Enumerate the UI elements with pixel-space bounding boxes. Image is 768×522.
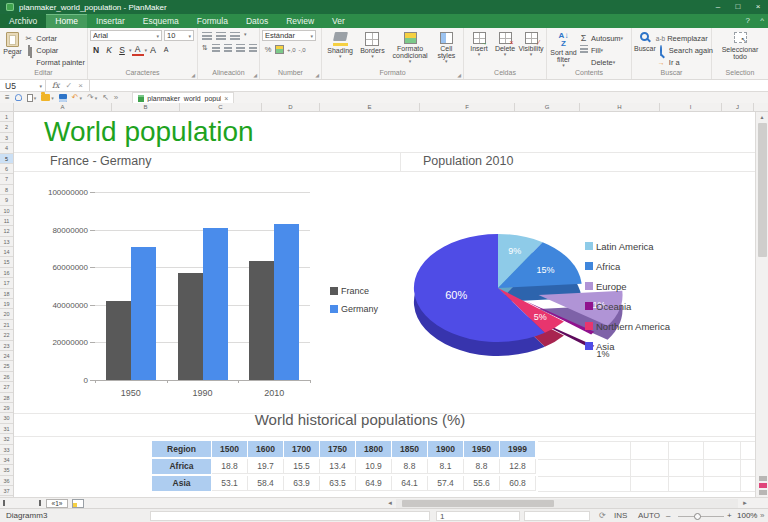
cell-styles-button[interactable]: Cell styles ▾ — [432, 30, 461, 68]
legend-item-europe[interactable]: Europe — [585, 276, 670, 296]
row-header-29[interactable]: 29 — [0, 403, 13, 413]
row-header-21[interactable]: 21 — [0, 320, 13, 330]
row-header-35[interactable]: 35 — [0, 465, 13, 475]
borders-button[interactable]: Borders ▾ — [356, 30, 388, 68]
row-header-1[interactable]: 1 — [0, 112, 13, 122]
dialog-launcher-icon[interactable]: ◢ — [253, 72, 257, 78]
row-header-33[interactable]: 33 — [0, 445, 13, 455]
auto-mode-indicator[interactable]: AUTO — [638, 509, 660, 522]
pie-chart[interactable]: 9%15%11%1%5%60% Latin AmericaAfricaEurop… — [400, 212, 755, 412]
select-all-corner[interactable] — [0, 103, 14, 111]
open-file-button[interactable]: ▾ — [41, 94, 54, 101]
row-header-8[interactable]: 8 — [0, 185, 13, 195]
menu-item-home[interactable]: Home — [46, 14, 87, 28]
select-all-button[interactable]: Seleccionar todo — [717, 30, 763, 68]
zoom-out-button[interactable]: – — [666, 509, 670, 522]
undo-button[interactable]: ↶▾ — [72, 93, 82, 102]
row-header-18[interactable]: 18 — [0, 289, 13, 299]
sheet-tab[interactable]: «1» — [46, 499, 68, 508]
find-button[interactable]: Buscar — [634, 30, 656, 68]
pointer-mode-button[interactable]: ↖ — [102, 93, 109, 102]
row-header-3[interactable]: 3 — [0, 133, 13, 143]
bar-germany-2010[interactable] — [274, 224, 299, 380]
column-header-C[interactable]: C — [180, 103, 262, 111]
document-tab[interactable]: planmaker_world_populat... × — [132, 92, 234, 103]
column-header-A[interactable]: A — [14, 103, 112, 111]
sort-filter-button[interactable]: A↓Z Sort and filter ▾ — [549, 30, 578, 68]
insert-cells-button[interactable]: → Insert ▾ — [466, 30, 492, 68]
row-header-26[interactable]: 26 — [0, 372, 13, 382]
statusbar-overflow-icon[interactable]: » — [760, 509, 764, 522]
row-header-5[interactable]: 5 — [0, 154, 13, 164]
collapse-ribbon-button[interactable]: ^ — [760, 16, 764, 25]
hamburger-menu-icon[interactable]: ≡ — [5, 93, 10, 102]
font-size-combo[interactable]: 10▾ — [164, 30, 194, 41]
maximize-button[interactable]: □ — [728, 0, 748, 14]
row-header-27[interactable]: 27 — [0, 382, 13, 392]
autosum-button[interactable]: ΣAutosum▾ — [578, 32, 623, 44]
cancel-entry-button[interactable]: × — [78, 81, 83, 90]
menu-item-formula[interactable]: Formula — [188, 14, 237, 28]
dialog-launcher-icon[interactable]: ◢ — [191, 72, 195, 78]
menu-item-archivo[interactable]: Archivo — [0, 14, 46, 28]
row-header-2[interactable]: 2 — [0, 122, 13, 132]
row-header-22[interactable]: 22 — [0, 330, 13, 340]
column-header-E[interactable]: E — [320, 103, 420, 111]
replace-button[interactable]: a-bReemplazar — [656, 32, 713, 44]
row-header-23[interactable]: 23 — [0, 341, 13, 351]
row-header-17[interactable]: 17 — [0, 278, 13, 288]
minimize-button[interactable]: – — [708, 0, 728, 14]
legend-item-northern-america[interactable]: Northern America — [585, 316, 670, 336]
confirm-entry-button[interactable]: ✓ — [65, 81, 72, 90]
fill-button[interactable]: Fill▾ — [578, 44, 623, 56]
row-header-9[interactable]: 9 — [0, 195, 13, 205]
menu-item-insertar[interactable]: Insertar — [87, 14, 134, 28]
align-middle-icon[interactable] — [216, 32, 226, 40]
legend-item-africa[interactable]: Africa — [585, 256, 670, 276]
dialog-launcher-icon[interactable]: ◢ — [315, 72, 319, 78]
column-header-B[interactable]: B — [112, 103, 180, 111]
column-header-J[interactable]: J — [722, 103, 754, 111]
row-header-37[interactable]: 37 — [0, 486, 13, 496]
bar-france-2010[interactable] — [249, 261, 274, 380]
align-top-icon[interactable] — [202, 32, 212, 40]
align-justify-icon[interactable] — [249, 44, 257, 52]
paste-button[interactable]: Pegar ▾ — [2, 30, 23, 68]
column-header-F[interactable]: F — [420, 103, 515, 111]
row-header-36[interactable]: 36 — [0, 476, 13, 486]
font-color-button[interactable]: A — [132, 44, 144, 56]
new-document-button[interactable]: ▾ — [27, 94, 37, 102]
menu-item-datos[interactable]: Datos — [237, 14, 277, 28]
bar-germany-1950[interactable] — [131, 247, 156, 380]
cut-button[interactable]: ✂Cortar — [23, 32, 85, 44]
menu-item-ver[interactable]: Ver — [323, 14, 354, 28]
qat-overflow-button[interactable]: » — [114, 93, 118, 102]
row-header-15[interactable]: 15 — [0, 257, 13, 267]
split-handle-icon[interactable] — [759, 490, 767, 495]
row-header-34[interactable]: 34 — [0, 455, 13, 465]
sheet-canvas[interactable]: World population France - Germany Popula… — [14, 112, 755, 497]
currency-format-icon[interactable] — [275, 45, 284, 54]
rotate-text-icon[interactable]: ⇅ — [202, 44, 208, 52]
search-again-button[interactable]: Search again — [656, 44, 713, 56]
zoom-slider[interactable] — [678, 516, 724, 517]
row-header-10[interactable]: 10 — [0, 206, 13, 216]
align-left-icon[interactable] — [212, 44, 220, 52]
underline-button[interactable]: S — [116, 45, 128, 55]
row-header-12[interactable]: 12 — [0, 226, 13, 236]
delete-contents-button[interactable]: Delete▾ — [578, 56, 623, 68]
insert-mode-indicator[interactable]: INS — [614, 509, 627, 522]
legend-item-asia[interactable]: Asia — [585, 336, 670, 356]
horizontal-scroll-thumb[interactable] — [402, 500, 554, 507]
row-header-28[interactable]: 28 — [0, 393, 13, 403]
legend-item-france[interactable]: France — [330, 282, 378, 300]
horizontal-scrollbar[interactable] — [396, 499, 738, 508]
column-header-D[interactable]: D — [262, 103, 320, 111]
bar-france-1950[interactable] — [106, 301, 131, 380]
touch-mode-button[interactable] — [15, 94, 22, 101]
dialog-launcher-icon[interactable]: ◢ — [457, 72, 461, 78]
scroll-right-icon[interactable]: ► — [742, 500, 748, 507]
row-header-25[interactable]: 25 — [0, 361, 13, 371]
legend-item-oceania[interactable]: Oceania — [585, 296, 670, 316]
row-header-7[interactable]: 7 — [0, 174, 13, 184]
